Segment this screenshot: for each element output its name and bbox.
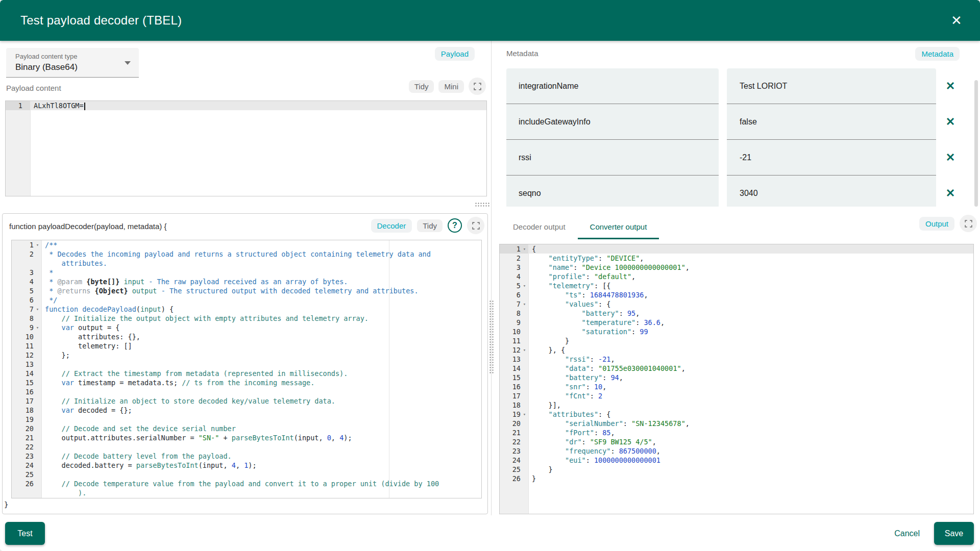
payload-content-type-select[interactable]: Payload content type Binary (Base64) — [6, 48, 139, 78]
converter-output-editor[interactable]: 1▾{2 "entityType": "DEVICE",3 "name": "D… — [499, 244, 974, 514]
fullscreen-button[interactable] — [960, 215, 977, 232]
code-line[interactable]: "fCnt": 2 — [528, 391, 973, 400]
metadata-key-field[interactable]: integrationName — [506, 68, 719, 104]
code-line[interactable]: "fPort": 85, — [528, 428, 973, 437]
code-line[interactable]: "data": "01755e030001040001", — [528, 364, 973, 373]
code-line[interactable]: "values": { — [528, 299, 973, 309]
fold-arrow-icon[interactable]: ▾ — [521, 410, 528, 419]
test-button[interactable]: Test — [5, 522, 45, 545]
metadata-value-field[interactable]: Test LORIOT — [727, 68, 936, 104]
code-line[interactable]: "dr": "SF9 BW125 4/5", — [528, 437, 973, 446]
code-line[interactable]: * @param {byte[]} input - The raw payloa… — [41, 277, 481, 286]
fold-arrow-icon[interactable]: ▾ — [521, 345, 528, 355]
code-line[interactable]: // Initialize an object to store decoded… — [41, 396, 481, 406]
code-line[interactable]: } — [528, 474, 973, 483]
metadata-key-field[interactable]: includeGatewayInfo — [506, 104, 719, 140]
code-line[interactable]: attributes. — [41, 259, 481, 268]
delete-row-icon[interactable]: ✕ — [936, 104, 965, 140]
save-button[interactable]: Save — [934, 522, 974, 545]
metadata-key-field[interactable]: seqno — [506, 176, 719, 207]
fold-arrow-icon[interactable]: ▾ — [34, 323, 41, 332]
code-line[interactable]: "name": "Device 1000000000000001", — [528, 263, 973, 272]
code-line[interactable]: } — [528, 465, 973, 474]
code-line[interactable]: // Initialize the output object with emp… — [41, 314, 481, 323]
payload-content-editor[interactable]: 1ALxhTl8OTGM= — [5, 101, 487, 196]
code-line[interactable]: "battery": 94, — [528, 373, 973, 382]
code-line[interactable]: // Decode and set the device serial numb… — [41, 424, 481, 433]
code-line[interactable]: }], — [528, 400, 973, 410]
code-line[interactable]: { — [528, 244, 973, 254]
metadata-scrollbar[interactable] — [974, 80, 978, 207]
delete-row-icon[interactable]: ✕ — [936, 140, 965, 176]
fullscreen-button[interactable] — [469, 78, 486, 95]
fold-arrow-icon[interactable]: ▾ — [521, 281, 528, 290]
code-line[interactable]: */ — [41, 295, 481, 305]
metadata-value-field[interactable]: -21 — [727, 140, 936, 176]
fold-arrow-icon[interactable]: ▾ — [34, 305, 41, 314]
tidy-button[interactable]: Tidy — [417, 219, 443, 232]
code-line[interactable]: * @returns {Object} output - The structu… — [41, 286, 481, 295]
code-line[interactable] — [41, 387, 481, 396]
help-icon[interactable]: ? — [448, 218, 462, 233]
code-line[interactable]: decoded.battery = parseBytesToInt(input,… — [41, 461, 481, 470]
mini-button[interactable]: Mini — [438, 80, 464, 93]
tab-converter-output[interactable]: Converter output — [578, 214, 659, 239]
editor-line: ). — [12, 488, 481, 497]
code-line[interactable]: // Extract the timestamp from metadata (… — [41, 369, 481, 378]
code-line[interactable]: telemetry: [] — [41, 341, 481, 350]
tab-decoder-output[interactable]: Decoder output — [501, 214, 578, 239]
code-line[interactable]: // Decode temperature value from the pay… — [41, 479, 481, 488]
fold-arrow-icon[interactable]: ▾ — [521, 244, 528, 254]
metadata-key-field[interactable]: rssi — [506, 140, 719, 176]
code-line[interactable]: ALxhTl8OTGM= — [30, 101, 486, 110]
editor-line: 12 }; — [12, 350, 481, 360]
code-line[interactable]: "frequency": 867500000, — [528, 446, 973, 456]
fullscreen-button[interactable] — [467, 217, 484, 234]
left-column: Payload content type Binary (Base64) Pay… — [0, 41, 491, 515]
fold-arrow-icon[interactable]: ▾ — [521, 299, 528, 309]
editor-line: 14 // Extract the timestamp from metadat… — [12, 369, 481, 378]
code-line[interactable]: "eui": 1000000000000001 — [528, 456, 973, 465]
metadata-value-field[interactable]: 3040 — [727, 176, 936, 207]
code-line[interactable]: "rssi": -21, — [528, 355, 973, 364]
code-line[interactable] — [41, 360, 481, 369]
code-line[interactable] — [41, 442, 481, 452]
code-line[interactable] — [41, 470, 481, 479]
line-number-gutter: 4 — [500, 272, 528, 281]
code-line[interactable]: // Decode battery level from the payload… — [41, 452, 481, 461]
code-line[interactable]: var decoded = {}; — [41, 406, 481, 415]
code-line[interactable]: var timestamp = metadata.ts; // ts from … — [41, 378, 481, 387]
code-line[interactable]: }, { — [528, 345, 973, 355]
code-line[interactable]: }; — [41, 350, 481, 360]
code-line[interactable]: "telemetry": [{ — [528, 281, 973, 290]
close-icon[interactable]: ✕ — [946, 10, 967, 31]
editor-line: 16 "snr": 10, — [500, 382, 973, 391]
code-line[interactable] — [41, 415, 481, 424]
code-line[interactable]: "ts": 1684478801936, — [528, 290, 973, 299]
cancel-button[interactable]: Cancel — [887, 522, 927, 545]
code-line[interactable]: /** — [41, 240, 481, 249]
code-line[interactable]: } — [528, 336, 973, 345]
code-line[interactable]: ). — [41, 488, 481, 497]
line-number-gutter: 20 — [12, 424, 41, 433]
code-line[interactable]: "battery": 95, — [528, 309, 973, 318]
metadata-value-field[interactable]: false — [727, 104, 936, 140]
code-line[interactable]: attributes: {}, — [41, 332, 481, 341]
code-line[interactable]: * Decodes the incoming payload and retur… — [41, 249, 481, 259]
code-line[interactable]: "snr": 10, — [528, 382, 973, 391]
code-line[interactable]: "attributes": { — [528, 410, 973, 419]
code-line[interactable]: * — [41, 268, 481, 277]
decoder-script-editor[interactable]: 1▾/**2 * Decodes the incoming payload an… — [11, 240, 482, 498]
tidy-button[interactable]: Tidy — [409, 80, 434, 93]
code-line[interactable]: "saturation": 99 — [528, 327, 973, 336]
fold-arrow-icon[interactable]: ▾ — [34, 240, 41, 249]
code-line[interactable]: function decodePayload(input) { — [41, 305, 481, 314]
delete-row-icon[interactable]: ✕ — [936, 176, 965, 207]
code-line[interactable]: var output = { — [41, 323, 481, 332]
code-line[interactable]: output.attributes.serialNumber = "SN-" +… — [41, 433, 481, 442]
code-line[interactable]: "profile": "default", — [528, 272, 973, 281]
code-line[interactable]: "entityType": "DEVICE", — [528, 254, 973, 263]
delete-row-icon[interactable]: ✕ — [936, 68, 965, 104]
code-line[interactable]: "serialNumber": "SN-12345678", — [528, 419, 973, 428]
code-line[interactable]: "temperature": 36.6, — [528, 318, 973, 327]
